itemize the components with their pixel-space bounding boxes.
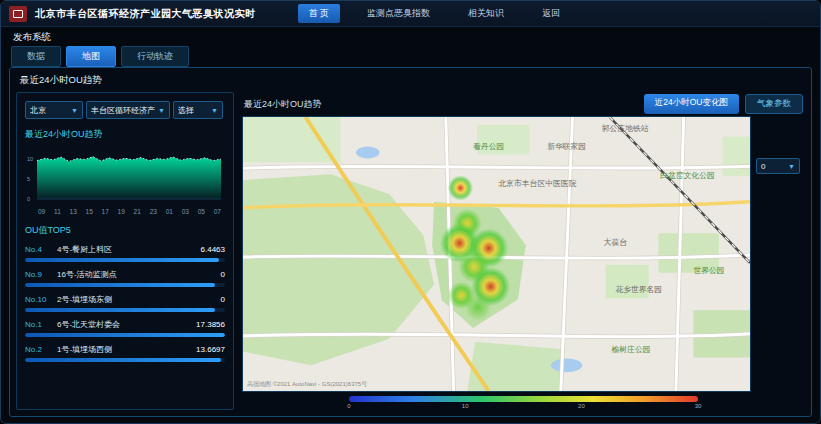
map-label: 新华联家园 — [547, 142, 586, 151]
nav-item-home[interactable]: 首 页 — [298, 4, 341, 23]
value-bar — [25, 333, 225, 337]
svg-text:5: 5 — [27, 176, 30, 182]
trend-section-title: 最近24小时OU趋势 — [25, 128, 225, 141]
point-name: 2号-填埋场东侧 — [57, 294, 217, 305]
ou-value: 0 — [221, 270, 225, 279]
value-bar — [25, 283, 225, 287]
top5-item[interactable]: No.2 1号-填埋场西侧 13.6697 — [25, 344, 225, 362]
chevron-down-icon: ▼ — [211, 107, 218, 114]
legend-ticks: 0 10 20 30 — [349, 403, 698, 411]
nav-item-knowledge[interactable]: 相关知识 — [457, 4, 515, 23]
app-title: 北京市丰台区循环经济产业园大气恶臭状况实时 — [35, 7, 256, 21]
rank-badge: No.9 — [25, 270, 53, 279]
legend-tick: 10 — [462, 403, 469, 409]
tab-map[interactable]: 地图 — [66, 46, 116, 67]
chevron-down-icon: ▼ — [158, 107, 165, 114]
map-label: 郭公庄地铁站 — [602, 124, 649, 133]
map-label: 看丹公园 — [473, 142, 504, 151]
panel-title: 最近24小时OU趋势 — [16, 72, 805, 92]
legend-tick: 30 — [695, 403, 702, 409]
map-section-title: 最近24小时OU趋势 — [244, 98, 322, 111]
map-label: 世界公园 — [693, 266, 724, 275]
main-panel: 最近24小时OU趋势 北京 ▼ 丰台区循环经济产 ▼ 选择 ▼ — [9, 67, 812, 417]
top5-item[interactable]: No.1 6号-北天堂村委会 17.3856 — [25, 319, 225, 337]
trend-chart: 1050 091113151719212301030507 — [25, 145, 225, 215]
rank-badge: No.2 — [25, 345, 53, 354]
map-label: 白盆窑文化公园 — [660, 171, 714, 180]
svg-text:10: 10 — [27, 156, 33, 162]
value-bar — [25, 308, 225, 312]
map-label: 榆树庄公园 — [612, 345, 651, 354]
system-label: 发布系统 — [1, 27, 820, 45]
ou-value: 17.3856 — [196, 320, 225, 329]
tab-track[interactable]: 行动轨迹 — [121, 46, 189, 67]
chevron-down-icon: ▼ — [788, 163, 795, 170]
value-bar — [25, 258, 225, 262]
nav-item-back[interactable]: 返回 — [531, 4, 571, 23]
svg-text:0: 0 — [27, 196, 30, 202]
weather-params-button[interactable]: 气象参数 — [745, 94, 803, 114]
ou-value: 0 — [221, 295, 225, 304]
value-bar — [25, 358, 225, 362]
point-name: 16号-活动监测点 — [57, 269, 217, 280]
filter-row: 北京 ▼ 丰台区循环经济产 ▼ 选择 ▼ — [25, 101, 225, 119]
gaode-map[interactable]: 郭公庄地铁站 看丹公园 新华联家园 北京市丰台区中医医院 白盆窑文化公园 大葆台… — [242, 116, 751, 392]
top5-item[interactable]: No.4 4号-餐厨上料区 6.4463 — [25, 244, 225, 262]
layer-select[interactable]: 0 ▼ — [756, 158, 800, 174]
top5-item[interactable]: No.10 2号-填埋场东侧 0 — [25, 294, 225, 312]
map-section: 最近24小时OU趋势 近24小时OU变化图 气象参数 — [242, 92, 805, 410]
main-nav: 首 页 监测点恶臭指数 相关知识 返回 — [298, 4, 572, 23]
ou-value: 6.4463 — [201, 245, 225, 254]
legend-gradient-bar — [349, 396, 698, 402]
top5-section-title: OU值TOP5 — [25, 224, 225, 237]
point-name: 1号-填埋场西侧 — [57, 344, 192, 355]
point-name: 6号-北天堂村委会 — [57, 319, 192, 330]
app-logo-icon — [9, 6, 27, 22]
ou-change-chart-button[interactable]: 近24小时OU变化图 — [644, 94, 739, 114]
map-side-panel: 0 ▼ — [751, 116, 805, 392]
chevron-down-icon: ▼ — [71, 107, 78, 114]
legend-tick: 20 — [578, 403, 585, 409]
rank-badge: No.4 — [25, 245, 53, 254]
map-label: 北京市丰台区中医医院 — [497, 179, 576, 188]
dashboard-window: 北京市丰台区循环经济产业园大气恶臭状况实时 首 页 监测点恶臭指数 相关知识 返… — [0, 0, 821, 424]
trend-x-axis: 091113151719212301030507 — [25, 207, 225, 215]
map-attribution: 高德地图 ©2021 AutoNavi - GS(2021)6375号 — [247, 380, 367, 389]
city-select[interactable]: 北京 ▼ — [25, 101, 83, 119]
rank-badge: No.10 — [25, 295, 53, 304]
legend-tick: 0 — [347, 403, 350, 409]
tab-data[interactable]: 数据 — [11, 46, 61, 67]
top5-item[interactable]: No.9 16号-活动监测点 0 — [25, 269, 225, 287]
point-name: 4号-餐厨上料区 — [57, 244, 197, 255]
map-label: 花乡世界名园 — [615, 285, 662, 294]
left-sidebar: 北京 ▼ 丰台区循环经济产 ▼ 选择 ▼ 最近24小时OU趋势 — [16, 92, 234, 410]
park-select[interactable]: 丰台区循环经济产 ▼ — [86, 101, 170, 119]
top5-list: No.4 4号-餐厨上料区 6.4463 No.9 16号-活动监测点 0 — [25, 244, 225, 362]
rank-badge: No.1 — [25, 320, 53, 329]
view-tabs: 数据 地图 行动轨迹 — [1, 45, 820, 67]
ou-value: 13.6697 — [196, 345, 225, 354]
map-label: 大葆台 — [604, 238, 627, 247]
ou-color-legend: 0 10 20 30 — [242, 392, 805, 410]
top-bar: 北京市丰台区循环经济产业园大气恶臭状况实时 首 页 监测点恶臭指数 相关知识 返… — [1, 1, 820, 27]
nav-item-odor-index[interactable]: 监测点恶臭指数 — [356, 4, 441, 23]
point-select[interactable]: 选择 ▼ — [173, 101, 223, 119]
map-canvas: 郭公庄地铁站 看丹公园 新华联家园 北京市丰台区中医医院 白盆窑文化公园 大葆台… — [243, 117, 750, 391]
